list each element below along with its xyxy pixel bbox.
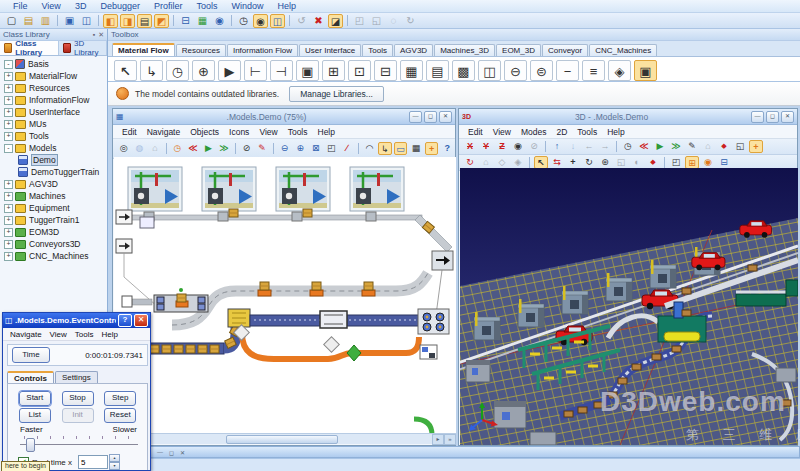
- tab-conveyor[interactable]: Conveyor: [542, 44, 588, 56]
- find-icon[interactable]: ◎: [117, 142, 131, 155]
- menu-navigate[interactable]: Navigate: [147, 127, 181, 137]
- move-right-icon[interactable]: →: [598, 140, 612, 153]
- time-button[interactable]: Time: [12, 347, 50, 363]
- expand-icon[interactable]: +: [4, 108, 13, 117]
- eraser-icon[interactable]: ⊘: [240, 142, 254, 155]
- home-icon[interactable]: ⌂: [701, 140, 715, 153]
- move-up-icon[interactable]: ↑: [550, 140, 564, 153]
- window-icon[interactable]: ◱: [733, 140, 747, 153]
- axis-x-icon[interactable]: X: [463, 140, 477, 153]
- zoom-out-icon[interactable]: ⊖: [278, 142, 292, 155]
- menu-debugger[interactable]: Debugger: [100, 1, 140, 11]
- tree-item-basis[interactable]: -Basis: [0, 58, 107, 70]
- expand-icon[interactable]: +: [4, 180, 13, 189]
- tree-item-demotuggertrain[interactable]: DemoTuggerTrain: [0, 166, 107, 178]
- move-left-icon[interactable]: ←: [582, 140, 596, 153]
- expand-icon[interactable]: +: [4, 192, 13, 201]
- expand-icon[interactable]: -: [4, 60, 13, 69]
- model-2d-titlebar[interactable]: ▦ .Models.Demo (75%) — ◻ ✕: [113, 109, 455, 125]
- tree-item-tuggertrain1[interactable]: +TuggerTrain1: [0, 214, 107, 226]
- start-icon[interactable]: ▶: [653, 140, 667, 153]
- copy-icon[interactable]: ◰: [352, 14, 367, 28]
- expand-icon[interactable]: +: [4, 240, 13, 249]
- tab-cnc-machines[interactable]: CNC_Machines: [589, 44, 657, 56]
- expand-icon[interactable]: +: [4, 72, 13, 81]
- menu-tools[interactable]: Tools: [288, 127, 308, 137]
- home-icon[interactable]: ⌂: [148, 142, 162, 155]
- scroll-right-arrow[interactable]: ▸: [432, 434, 444, 445]
- close-icon[interactable]: ✕: [180, 449, 185, 456]
- menu-2d[interactable]: 2D: [556, 127, 567, 137]
- menu-tools[interactable]: Tools: [75, 330, 94, 339]
- reset-icon[interactable]: ≪: [186, 142, 200, 155]
- scroll-thumb[interactable]: [226, 435, 338, 444]
- camera-icon[interactable]: ◉: [511, 140, 525, 153]
- source-icon[interactable]: ⊢: [244, 60, 267, 81]
- print-icon[interactable]: ⊟: [178, 14, 193, 28]
- buffer-icon[interactable]: ▤: [426, 60, 449, 81]
- menu-help[interactable]: Help: [101, 330, 117, 339]
- menu-help[interactable]: Help: [607, 127, 624, 137]
- menu-edit[interactable]: Edit: [122, 127, 137, 137]
- reset-icon[interactable]: ≪: [637, 140, 651, 153]
- expand-icon[interactable]: +: [4, 84, 13, 93]
- container-icon[interactable]: ▣: [634, 60, 657, 81]
- move-down-icon[interactable]: ↓: [566, 140, 580, 153]
- slider-thumb[interactable]: [26, 438, 35, 452]
- menu-navigate[interactable]: Navigate: [10, 330, 42, 339]
- list-button[interactable]: List: [19, 408, 51, 423]
- menu-window[interactable]: Window: [231, 1, 263, 11]
- maximize-button[interactable]: ◻: [766, 111, 779, 123]
- menu-3d[interactable]: 3D: [75, 1, 87, 11]
- station-icon[interactable]: ▣: [296, 60, 319, 81]
- expand-icon[interactable]: -: [4, 144, 13, 153]
- tab-agv3d[interactable]: AGV3D: [394, 44, 433, 56]
- assembly-conveyors[interactable]: [122, 309, 449, 354]
- speed-slider[interactable]: [20, 436, 138, 450]
- transfer-station[interactable]: [432, 251, 453, 315]
- close-icon[interactable]: ✕: [98, 31, 104, 39]
- dismantlestation-icon[interactable]: ⊟: [374, 60, 397, 81]
- drain-icon[interactable]: ⊣: [270, 60, 293, 81]
- start-icon[interactable]: ▶: [202, 142, 216, 155]
- icon-editor-icon[interactable]: ✎: [255, 142, 269, 155]
- maximize-icon[interactable]: ◻: [169, 449, 174, 456]
- fast-forward-icon[interactable]: ≫: [669, 140, 683, 153]
- save-icon[interactable]: ▣: [62, 14, 77, 28]
- grid-icon[interactable]: ▦: [409, 142, 423, 155]
- pane-split-icon[interactable]: »: [444, 434, 456, 445]
- tree-item-models[interactable]: -Models: [0, 142, 107, 154]
- help-button[interactable]: ?: [118, 314, 132, 327]
- tree-item-conveyors3d[interactable]: +Conveyors3D: [0, 238, 107, 250]
- tree-item-tools[interactable]: +Tools: [0, 130, 107, 142]
- event-controller-titlebar[interactable]: ◫ .Models.Demo.EventController ? ✕: [3, 313, 150, 328]
- tree-item-equipment[interactable]: +Equipment: [0, 202, 107, 214]
- expand-icon[interactable]: +: [4, 252, 13, 261]
- expand-icon[interactable]: +: [4, 132, 13, 141]
- tab-tools[interactable]: Tools: [362, 44, 393, 56]
- tab-user-interface[interactable]: User Interface: [299, 44, 361, 56]
- minimize-button[interactable]: —: [409, 111, 422, 123]
- help-globe-icon[interactable]: ◉: [212, 14, 227, 28]
- pin-icon[interactable]: ▪: [93, 31, 95, 38]
- tree-item-informationflow[interactable]: +InformationFlow: [0, 94, 107, 106]
- realtime-factor-input[interactable]: [78, 455, 108, 469]
- menu-help[interactable]: Help: [318, 127, 335, 137]
- zoom-icon[interactable]: ⊘: [527, 140, 541, 153]
- spinner-up-icon[interactable]: ▴: [109, 454, 120, 462]
- menu-tools[interactable]: Tools: [577, 127, 597, 137]
- paste-icon[interactable]: ◰: [324, 142, 338, 155]
- stop-button[interactable]: Stop: [62, 391, 94, 406]
- expand-icon[interactable]: +: [4, 204, 13, 213]
- model-3d-titlebar[interactable]: 3D 3D - .Models.Demo — ◻ ✕: [459, 109, 797, 125]
- toolbox-toggle-icon[interactable]: ◨: [120, 14, 135, 28]
- close-button[interactable]: ✕: [439, 111, 452, 123]
- zoom-in-icon[interactable]: ⊕: [293, 142, 307, 155]
- expand-icon[interactable]: +: [4, 120, 13, 129]
- return-path[interactable]: [234, 325, 437, 361]
- tree-item-materialflow[interactable]: +MaterialFlow: [0, 70, 107, 82]
- show-origin-icon[interactable]: ◍: [133, 142, 147, 155]
- export-icon[interactable]: ▦: [195, 14, 210, 28]
- marker-icon[interactable]: ◆: [717, 140, 731, 153]
- comment-icon[interactable]: ▭: [394, 142, 408, 155]
